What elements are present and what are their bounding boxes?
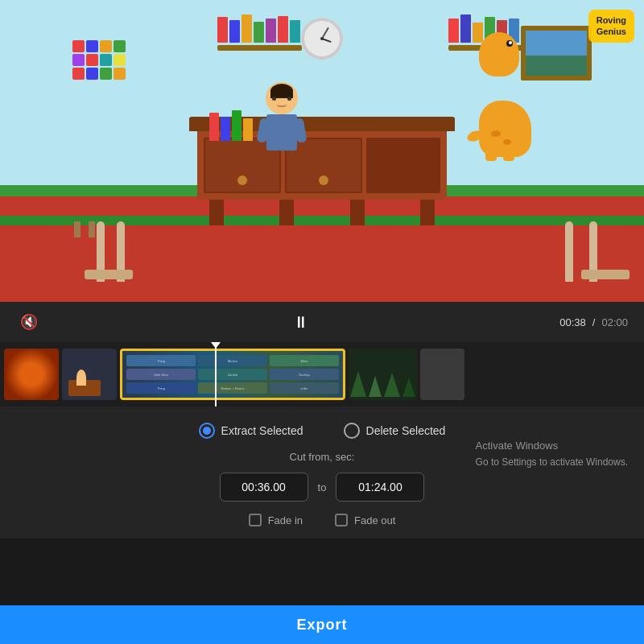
books-on-desk: [209, 110, 253, 141]
activate-windows-title: Activate Windows: [476, 438, 628, 455]
export-label: Export: [296, 617, 347, 634]
delete-selected-label: Delete Selected: [366, 424, 446, 437]
video-player: Roving Genius: [0, 0, 644, 302]
fade-out-option[interactable]: Fade out: [335, 514, 395, 526]
play-pause-button[interactable]: ⏸: [287, 308, 316, 336]
timeline-thumb-selected[interactable]: Thing Motion Elmo Little Dino Zanele Don…: [120, 349, 345, 400]
clock-decoration: [301, 18, 343, 60]
fade-out-checkbox[interactable]: [335, 514, 348, 526]
activate-windows-subtitle: Go to Settings to activate Windows.: [476, 455, 628, 470]
cut-inputs-row: 00:36.00 to 01:24.00: [220, 473, 425, 502]
extract-radio-button[interactable]: [199, 423, 215, 439]
timeline-thumb-1[interactable]: [4, 349, 59, 400]
timeline-thumb-5[interactable]: [420, 349, 464, 400]
fade-out-label: Fade out: [354, 514, 395, 526]
edit-controls: Extract Selected Delete Selected Cut fro…: [0, 407, 644, 539]
boy-character: [266, 82, 298, 151]
playhead-indicator: [215, 342, 217, 407]
roving-genius-logo: Roving Genius: [588, 10, 634, 43]
fade-in-option[interactable]: Fade in: [249, 514, 303, 526]
fade-in-label: Fade in: [268, 514, 303, 526]
delete-selected-option[interactable]: Delete Selected: [344, 423, 446, 439]
activate-windows-watermark: Activate Windows Go to Settings to activ…: [476, 438, 628, 470]
timeline-thumb-4[interactable]: [349, 349, 417, 400]
time-separator: /: [592, 316, 596, 328]
fade-options: Fade in Fade out: [249, 514, 396, 526]
timeline-thumb-2[interactable]: [62, 349, 117, 400]
to-separator: to: [318, 481, 327, 493]
picture-frame: [521, 26, 592, 80]
mute-button[interactable]: 🔇: [16, 309, 42, 335]
extract-radio-indicator: [203, 427, 211, 435]
cut-from-section: Cut from, sec: 00:36.00 to 01:24.00: [220, 451, 425, 502]
cut-from-label: Cut from, sec:: [290, 451, 355, 463]
fade-in-checkbox[interactable]: [249, 514, 262, 526]
selection-options: Extract Selected Delete Selected: [199, 423, 446, 439]
extract-selected-label: Extract Selected: [221, 424, 303, 437]
video-frame: Roving Genius: [0, 0, 644, 302]
bookshelf-left: [217, 14, 302, 51]
time-current: 00:38: [559, 316, 586, 328]
export-button[interactable]: Export: [0, 605, 644, 644]
cut-from-input[interactable]: 00:36.00: [220, 473, 308, 502]
color-blocks-left: [72, 40, 126, 80]
delete-radio-button[interactable]: [344, 423, 360, 439]
dinosaur-character: [479, 76, 543, 157]
playback-controls: 🔇 ⏸ 00:38 / 02:00: [0, 302, 644, 342]
time-total: 02:00: [601, 316, 628, 328]
cut-to-input[interactable]: 01:24.00: [336, 473, 424, 502]
video-timeline[interactable]: Thing Motion Elmo Little Dino Zanele Don…: [0, 342, 644, 407]
extract-selected-option[interactable]: Extract Selected: [199, 423, 303, 439]
